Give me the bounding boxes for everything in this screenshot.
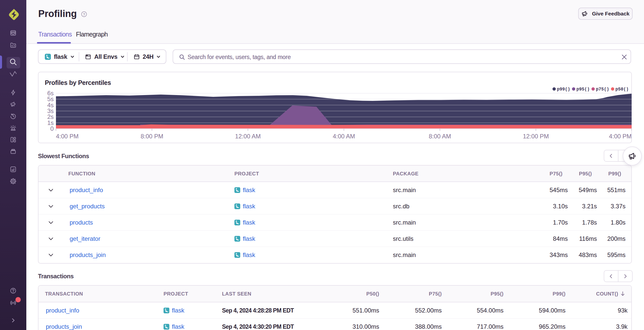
svg-text:8:00 PM: 8:00 PM (141, 133, 163, 140)
svg-text:8:00 AM: 8:00 AM (429, 133, 451, 140)
svg-text:12:00 AM: 12:00 AM (235, 133, 261, 140)
svg-text:p50(): p50() (615, 87, 629, 92)
svg-text:p95(): p95() (576, 87, 590, 92)
svg-text:0: 0 (50, 125, 54, 132)
svg-text:4:00 PM: 4:00 PM (56, 133, 78, 140)
svg-text:4:00 AM: 4:00 AM (333, 133, 355, 140)
svg-text:p99(): p99() (557, 87, 570, 92)
svg-text:p75(): p75() (596, 87, 609, 92)
svg-text:12:00 PM: 12:00 PM (523, 133, 549, 140)
svg-text:4:00 PM: 4:00 PM (609, 133, 632, 140)
